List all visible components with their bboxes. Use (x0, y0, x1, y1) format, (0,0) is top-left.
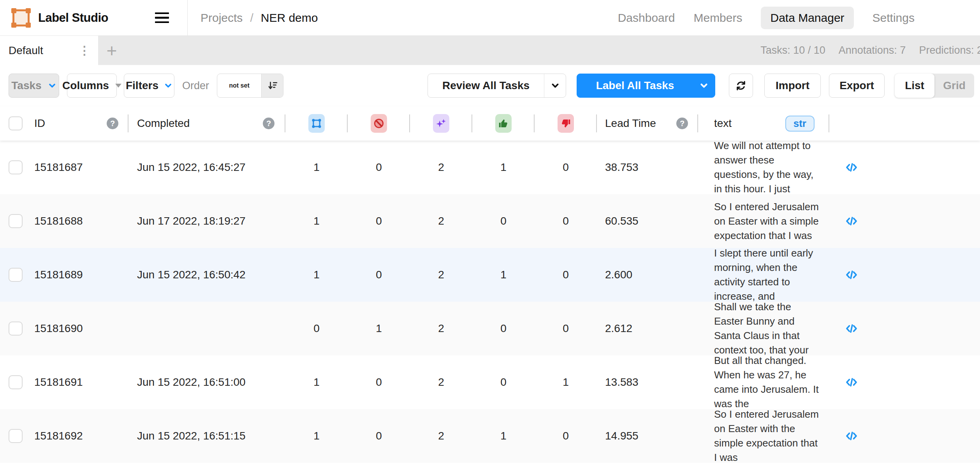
task-predictions-count: 2 (410, 409, 472, 463)
task-rejected-count: 0 (535, 409, 597, 463)
row-checkbox[interactable] (9, 429, 23, 443)
filters-dropdown-button[interactable]: Filters (124, 74, 174, 98)
breadcrumb: Projects / NER demo (201, 11, 318, 25)
topbar-divider (187, 0, 188, 36)
select-all-checkbox[interactable] (9, 116, 23, 130)
task-lead-time: 38.753 (597, 141, 698, 194)
breadcrumb-projects-link[interactable]: Projects (201, 11, 243, 25)
column-lead-time-label: Lead Time (605, 117, 656, 130)
help-icon[interactable]: ? (263, 118, 274, 129)
column-id-label: ID (34, 117, 45, 130)
refresh-button[interactable] (729, 74, 753, 98)
chevron-down-icon (48, 81, 56, 90)
nav-data-manager[interactable]: Data Manager (761, 7, 853, 29)
task-rejected-count: 1 (535, 355, 597, 409)
task-annotations-count: 0 (285, 302, 348, 355)
task-predictions-count: 2 (410, 194, 472, 248)
table-row[interactable]: 15181689 Jun 15 2022, 16:50:42 1 0 2 1 0… (0, 248, 980, 302)
row-check-cell (0, 302, 28, 355)
review-dropdown-toggle[interactable] (544, 74, 566, 97)
column-header-completed[interactable]: Completed ? (128, 106, 285, 141)
main-nav: Dashboard Members Data Manager Settings (618, 7, 915, 29)
review-all-tasks-button[interactable]: Review All Tasks (428, 74, 566, 98)
task-cancelled-count: 0 (348, 355, 410, 409)
task-predictions-count: 2 (410, 248, 472, 302)
nav-members[interactable]: Members (693, 11, 742, 25)
table-row[interactable]: 15181687 Jun 15 2022, 16:45:27 1 0 2 1 0… (0, 141, 980, 194)
show-source-icon[interactable] (845, 376, 858, 389)
tasks-dropdown-button[interactable]: Tasks (9, 74, 59, 98)
column-header-predictions[interactable] (410, 106, 472, 141)
nav-dashboard[interactable]: Dashboard (618, 11, 675, 25)
nav-settings[interactable]: Settings (873, 11, 915, 25)
refresh-icon (735, 79, 747, 92)
logo-text: Label Studio (38, 11, 108, 25)
help-icon[interactable]: ? (676, 118, 688, 129)
table-row[interactable]: 15181692 Jun 15 2022, 16:51:15 1 0 2 1 0… (0, 409, 980, 463)
import-button[interactable]: Import (764, 74, 821, 98)
task-rejected-count: 0 (535, 194, 597, 248)
order-value-button[interactable]: not set (217, 74, 261, 97)
show-source-icon[interactable] (845, 268, 858, 281)
row-check-cell (0, 194, 28, 248)
task-id: 15181688 (28, 194, 128, 248)
row-checkbox[interactable] (9, 322, 23, 336)
column-header-accepted[interactable] (472, 106, 535, 141)
column-header-text[interactable]: text str (698, 106, 829, 141)
task-stats: Tasks: 10 / 10 Annotations: 7 Prediction… (760, 36, 980, 65)
order-group: not set (217, 74, 283, 98)
task-accepted-count: 1 (472, 248, 535, 302)
review-all-tasks-label: Review All Tasks (428, 79, 544, 92)
task-predictions-count: 2 (410, 141, 472, 194)
column-header-lead-time[interactable]: Lead Time ? (597, 106, 698, 141)
table-row[interactable]: 15181688 Jun 17 2022, 18:19:27 1 0 2 0 0… (0, 194, 980, 248)
task-id: 15181692 (28, 409, 128, 463)
column-header-rejected[interactable] (535, 106, 597, 141)
stat-tasks: Tasks: 10 / 10 (760, 44, 825, 56)
label-all-tasks-button[interactable]: Label All Tasks (577, 74, 715, 98)
column-header-cancelled[interactable] (348, 106, 410, 141)
chevron-down-icon (699, 81, 709, 90)
menu-hamburger-button[interactable] (155, 11, 169, 25)
tab-bar: Default ⋮ + Tasks: 10 / 10 Annotations: … (0, 36, 980, 65)
annotations-count-icon (308, 114, 325, 133)
task-completed-date: Jun 15 2022, 16:50:42 (128, 248, 285, 302)
column-header-id[interactable]: ID ? (28, 106, 128, 141)
show-source-icon[interactable] (845, 322, 858, 335)
view-grid-button[interactable]: Grid (934, 74, 974, 98)
export-button[interactable]: Export (829, 74, 885, 98)
table-row[interactable]: 15181690 0 1 2 0 0 2.612 Shall we take t… (0, 302, 980, 355)
help-icon[interactable]: ? (107, 118, 118, 129)
show-source-icon[interactable] (845, 429, 858, 443)
chevron-down-icon (551, 81, 560, 90)
show-source-icon[interactable] (845, 161, 858, 174)
task-rejected-count: 0 (535, 248, 597, 302)
columns-dropdown-label: Columns (62, 79, 109, 92)
label-studio-app: Label Studio Projects / NER demo Dashboa… (0, 0, 980, 464)
sort-direction-button[interactable] (261, 74, 283, 97)
table-row[interactable]: 15181691 Jun 15 2022, 16:51:00 1 0 2 0 1… (0, 355, 980, 409)
row-checkbox[interactable] (9, 375, 23, 389)
predictions-count-icon (433, 114, 449, 133)
label-all-dropdown-toggle[interactable] (693, 74, 715, 97)
add-tab-button[interactable]: + (98, 36, 125, 65)
stat-predictions: Predictions: 20 (919, 44, 980, 56)
tab-default[interactable]: Default ⋮ (0, 36, 98, 65)
task-id: 15181687 (28, 141, 128, 194)
row-checkbox[interactable] (9, 268, 23, 282)
tab-default-label: Default (9, 44, 43, 57)
rejected-count-icon (558, 114, 574, 133)
task-annotations-count: 1 (285, 248, 348, 302)
columns-dropdown-button[interactable]: Columns (67, 74, 117, 98)
task-annotations-count: 1 (285, 194, 348, 248)
filters-dropdown-label: Filters (126, 79, 158, 92)
column-header-annotations[interactable] (285, 106, 348, 141)
show-source-icon[interactable] (845, 214, 858, 228)
task-accepted-count: 1 (472, 141, 535, 194)
tab-menu-kebab-icon[interactable]: ⋮ (76, 44, 93, 57)
label-studio-logo[interactable]: Label Studio (12, 9, 108, 26)
view-list-button[interactable]: List (895, 74, 934, 98)
task-text-preview: We will not attempt to answer these ques… (714, 139, 822, 196)
row-checkbox[interactable] (9, 214, 23, 228)
row-checkbox[interactable] (9, 160, 23, 174)
